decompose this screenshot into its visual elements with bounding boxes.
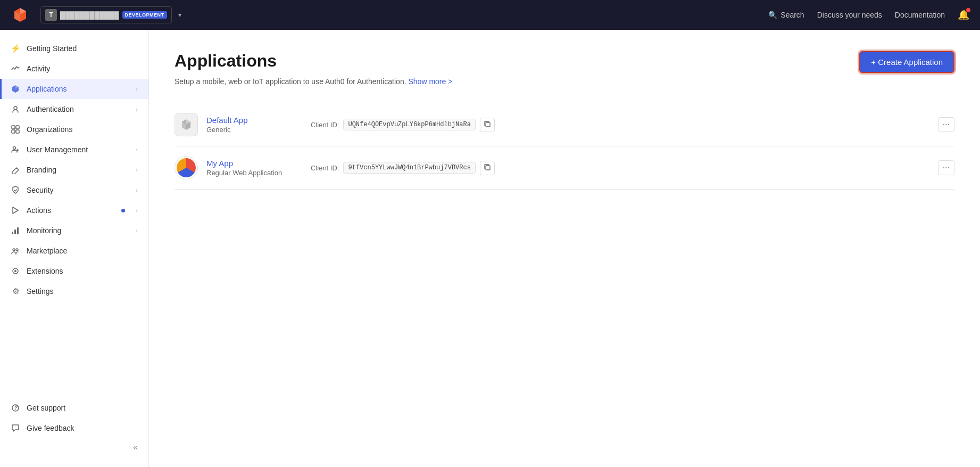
- tenant-switcher[interactable]: T ████████████ DEVELOPMENT ▾: [40, 6, 181, 23]
- documentation-button[interactable]: Documentation: [895, 11, 945, 19]
- sidebar-item-monitoring[interactable]: Monitoring ›: [0, 220, 148, 241]
- sidebar-nav: ⚡ Getting Started Activity Applications …: [0, 30, 148, 389]
- default-app-type: Generic: [206, 126, 302, 134]
- actions-chevron-icon: ›: [136, 207, 138, 214]
- page-subtitle: Setup a mobile, web or IoT application t…: [175, 77, 954, 86]
- collapse-sidebar-button[interactable]: «: [133, 443, 138, 452]
- svg-rect-9: [17, 227, 19, 234]
- svg-point-11: [16, 249, 18, 251]
- actions-icon: [11, 206, 20, 215]
- activity-icon: [11, 64, 20, 73]
- my-app-more-button[interactable]: ···: [938, 160, 954, 175]
- sidebar-item-getting-started[interactable]: ⚡ Getting Started: [0, 38, 148, 59]
- svg-rect-3: [12, 130, 15, 133]
- svg-rect-16: [486, 122, 490, 127]
- sidebar-item-authentication[interactable]: Authentication ›: [0, 99, 148, 119]
- search-button[interactable]: 🔍 Search: [768, 11, 804, 19]
- search-icon: 🔍: [768, 11, 777, 19]
- my-app-type: Regular Web Application: [206, 169, 302, 177]
- sidebar-collapse-area: «: [0, 438, 148, 456]
- svg-point-13: [14, 270, 16, 272]
- authentication-chevron-icon: ›: [136, 106, 138, 112]
- applications-list: Default App Generic Client ID: UQNfe4Q0E…: [175, 103, 954, 190]
- settings-icon: ⚙: [11, 286, 20, 296]
- topnav-actions: 🔍 Search Discuss your needs Documentatio…: [768, 9, 969, 21]
- main-content: Applications + Create Application Setup …: [149, 30, 980, 467]
- sidebar-item-settings[interactable]: ⚙ Settings: [0, 281, 148, 301]
- actions-notification-dot: [121, 209, 125, 212]
- support-icon: [11, 403, 20, 413]
- monitoring-chevron-icon: ›: [136, 227, 138, 234]
- sidebar-item-organizations[interactable]: Organizations: [0, 119, 148, 140]
- client-id-label: Client ID:: [311, 121, 339, 129]
- sidebar-item-user-management[interactable]: User Management ›: [0, 140, 148, 160]
- svg-rect-17: [486, 166, 490, 170]
- page-header: Applications + Create Application: [175, 51, 954, 73]
- user-management-chevron-icon: ›: [136, 146, 138, 153]
- svg-point-0: [14, 106, 17, 110]
- notification-dot: [966, 8, 970, 12]
- tenant-chevron-icon: ▾: [178, 11, 181, 19]
- default-app-info: Default App Generic: [206, 116, 302, 134]
- sidebar-item-get-support[interactable]: Get support: [0, 398, 148, 418]
- authentication-icon: [11, 104, 20, 114]
- default-app-client-id: UQNfe4Q0EvpVuZpLY6kpP6mHdlbjNaRa: [343, 119, 475, 130]
- extensions-icon: [11, 266, 20, 276]
- sidebar-item-actions[interactable]: Actions ›: [0, 200, 148, 220]
- marketplace-icon: [11, 246, 20, 256]
- sidebar-footer: Get support Give feedback «: [0, 389, 148, 467]
- page-title: Applications: [175, 51, 277, 71]
- user-management-icon: [11, 145, 20, 154]
- copy-default-app-client-id-button[interactable]: [480, 118, 495, 132]
- show-more-link[interactable]: Show more >: [408, 77, 452, 86]
- table-row: My App Regular Web Application Client ID…: [175, 146, 954, 190]
- my-app-icon: [175, 156, 198, 179]
- security-chevron-icon: ›: [136, 187, 138, 193]
- table-row: Default App Generic Client ID: UQNfe4Q0E…: [175, 103, 954, 146]
- applications-icon: [11, 84, 20, 94]
- logo: [11, 5, 30, 24]
- notification-bell[interactable]: 🔔: [958, 9, 969, 21]
- tenant-initial: T: [45, 9, 57, 21]
- default-app-client-id-area: Client ID: UQNfe4Q0EvpVuZpLY6kpP6mHdlbjN…: [311, 118, 929, 132]
- sidebar-item-give-feedback[interactable]: Give feedback: [0, 418, 148, 438]
- docs-label: Documentation: [895, 11, 945, 19]
- svg-point-5: [13, 147, 16, 150]
- tenant-dev-badge: DEVELOPMENT: [122, 11, 167, 19]
- svg-rect-8: [14, 230, 16, 234]
- branding-icon: [11, 165, 20, 175]
- organizations-icon: [11, 125, 20, 134]
- discuss-button[interactable]: Discuss your needs: [817, 11, 882, 19]
- svg-point-10: [13, 249, 15, 251]
- svg-rect-1: [12, 126, 15, 129]
- discuss-label: Discuss your needs: [817, 11, 882, 19]
- sidebar-item-activity[interactable]: Activity: [0, 59, 148, 79]
- tenant-name: ████████████: [60, 11, 119, 19]
- sidebar-item-security[interactable]: Security ›: [0, 180, 148, 200]
- svg-point-15: [15, 409, 16, 410]
- my-app-client-id: 9tfVcn5YYLwwJWQ4n1BrPwbuj7VBVRcs: [343, 162, 475, 174]
- svg-rect-7: [12, 232, 13, 234]
- feedback-icon: [11, 423, 20, 433]
- default-app-name[interactable]: Default App: [206, 116, 302, 125]
- top-navigation: T ████████████ DEVELOPMENT ▾ 🔍 Search Di…: [0, 0, 980, 30]
- sidebar-item-extensions[interactable]: Extensions: [0, 261, 148, 281]
- security-icon: [11, 185, 20, 195]
- my-app-client-id-area: Client ID: 9tfVcn5YYLwwJWQ4n1BrPwbuj7VBV…: [311, 161, 929, 175]
- sidebar-item-branding[interactable]: Branding ›: [0, 160, 148, 180]
- sidebar: ⚡ Getting Started Activity Applications …: [0, 30, 149, 467]
- bolt-icon: ⚡: [11, 44, 20, 53]
- default-app-icon: [175, 113, 198, 136]
- create-application-button[interactable]: + Create Application: [859, 51, 954, 73]
- svg-rect-2: [16, 126, 19, 129]
- branding-chevron-icon: ›: [136, 167, 138, 173]
- svg-rect-4: [16, 130, 19, 133]
- svg-marker-6: [13, 207, 18, 214]
- client-id-label-2: Client ID:: [311, 164, 339, 172]
- my-app-name[interactable]: My App: [206, 159, 302, 168]
- my-app-info: My App Regular Web Application: [206, 159, 302, 177]
- sidebar-item-marketplace[interactable]: Marketplace: [0, 241, 148, 261]
- sidebar-item-applications[interactable]: Applications ›: [0, 79, 148, 99]
- copy-my-app-client-id-button[interactable]: [480, 161, 495, 175]
- default-app-more-button[interactable]: ···: [938, 117, 954, 132]
